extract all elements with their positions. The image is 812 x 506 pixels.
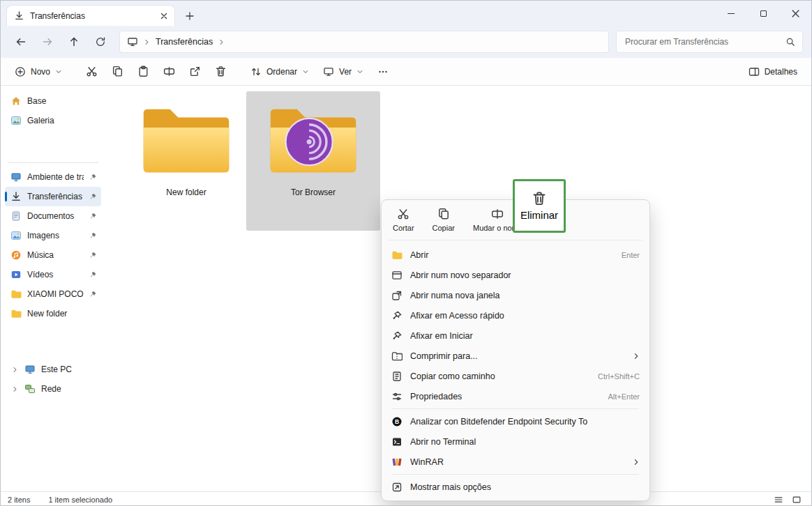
view-icon <box>323 66 334 77</box>
list-view-button[interactable] <box>774 495 783 505</box>
menu-item-abrir-terminal[interactable]: Abrir no Terminal <box>385 431 646 452</box>
refresh-button[interactable] <box>89 31 112 53</box>
sidebar-item-documents[interactable]: Documentos <box>5 206 101 226</box>
paste-button[interactable] <box>132 61 155 82</box>
quick-copy-button[interactable]: Copiar <box>433 208 455 232</box>
sidebar-item-videos[interactable]: Vídeos <box>5 265 101 284</box>
desktop-icon <box>10 171 22 183</box>
menu-item-mostrar-mais-opcoes[interactable]: Mostrar mais opções <box>385 477 646 497</box>
details-pane-button[interactable]: Detalhes <box>743 61 803 82</box>
view-button[interactable]: Ver <box>317 61 369 82</box>
status-selected-count: 1 item selecionado <box>48 496 112 504</box>
minimize-icon <box>728 13 735 14</box>
trash-icon <box>532 191 547 206</box>
sidebar-item-label: Vídeos <box>27 270 84 279</box>
chevron-right-icon[interactable] <box>218 39 225 45</box>
maximize-button[interactable] <box>747 1 779 26</box>
menu-divider <box>389 240 642 240</box>
sidebar-item-desktop[interactable]: Ambiente de tra <box>5 167 101 187</box>
details-pane-icon <box>749 66 760 77</box>
up-icon <box>68 36 80 47</box>
sidebar-item-new-folder[interactable]: New folder <box>5 304 101 323</box>
share-icon <box>189 66 201 77</box>
share-button[interactable] <box>183 61 206 82</box>
tor-browser-folder-icon <box>264 101 362 181</box>
sidebar-item-label: XIAOMI POCO F <box>27 289 84 299</box>
menu-item-abrir[interactable]: Abrir Enter <box>385 245 646 265</box>
command-toolbar: Novo <box>1 58 811 86</box>
cut-button[interactable] <box>80 61 103 82</box>
music-icon <box>10 250 22 261</box>
document-icon <box>10 210 22 222</box>
search-input[interactable] <box>624 36 781 47</box>
sort-button[interactable]: Ordenar <box>245 61 315 82</box>
new-tab-icon <box>391 270 403 281</box>
folder-content-area[interactable]: New folder T <box>105 86 811 491</box>
sidebar-item-music[interactable]: Música <box>5 245 101 265</box>
menu-item-abrir-novo-separador[interactable]: Abrir num novo separador <box>385 265 646 285</box>
large-icons-view-button[interactable] <box>792 495 802 505</box>
network-icon <box>24 383 36 394</box>
tab-transferencias[interactable]: Transferências <box>6 5 175 26</box>
submenu-chevron-icon <box>633 459 640 466</box>
minimize-button[interactable] <box>715 1 747 26</box>
menu-item-copiar-como-caminho[interactable]: Copiar como caminho Ctrl+Shift+C <box>385 366 646 386</box>
submenu-chevron-icon <box>633 353 640 360</box>
menu-item-afixar-iniciar[interactable]: Afixar em Iniciar <box>385 325 646 346</box>
sidebar-item-network[interactable]: Rede <box>5 379 101 399</box>
expand-chevron-icon[interactable] <box>12 367 18 373</box>
videos-icon <box>10 269 22 280</box>
sidebar-item-this-pc[interactable]: Este PC <box>5 360 101 379</box>
folder-icon <box>137 101 235 181</box>
rename-button[interactable] <box>158 61 181 82</box>
new-window-icon <box>391 290 403 301</box>
quick-action-label: Cortar <box>393 224 414 232</box>
chevron-down-icon <box>356 68 363 75</box>
menu-item-label: Propriedades <box>410 392 600 401</box>
menu-item-bitdefender-scan[interactable]: B Analizar con Bitdefender Endpoint Secu… <box>385 411 646 431</box>
forward-button[interactable] <box>36 31 59 53</box>
menu-item-shortcut: Alt+Enter <box>608 392 640 401</box>
search-icon[interactable] <box>785 37 795 47</box>
this-pc-icon <box>24 364 36 375</box>
sidebar-item-label: Imagens <box>27 231 84 240</box>
menu-item-winrar[interactable]: WinRAR <box>385 452 646 472</box>
sidebar-item-xiaomi-poco[interactable]: XIAOMI POCO F <box>5 284 101 304</box>
sidebar-item-gallery[interactable]: Galeria <box>5 111 101 130</box>
back-button[interactable] <box>9 31 33 53</box>
copy-path-icon <box>391 371 403 382</box>
breadcrumb-item-transferencias[interactable]: Transferências <box>156 37 213 47</box>
plus-circle-icon <box>15 66 26 77</box>
delete-button[interactable] <box>209 61 232 82</box>
new-button[interactable]: Novo <box>9 61 68 82</box>
sidebar-item-pictures[interactable]: Imagens <box>5 226 101 245</box>
sidebar-item-label: Este PC <box>41 365 97 374</box>
file-tile-tor-browser[interactable]: Tor Browser <box>246 91 380 231</box>
details-pane-label: Detalhes <box>765 67 797 77</box>
tab-close-icon[interactable] <box>160 13 167 20</box>
view-button-label: Ver <box>339 67 352 77</box>
up-button[interactable] <box>62 31 86 53</box>
menu-item-propriedades[interactable]: Propriedades Alt+Enter <box>385 386 646 406</box>
scissors-icon <box>86 66 98 77</box>
copy-button[interactable] <box>106 61 129 82</box>
menu-item-label: Comprimir para... <box>410 351 625 361</box>
sidebar-item-downloads[interactable]: Transferências <box>5 187 101 206</box>
sidebar-item-label: Documentos <box>27 211 84 221</box>
close-button[interactable] <box>779 1 811 26</box>
pin-icon <box>391 310 403 321</box>
menu-item-afixar-acesso-rapido[interactable]: Afixar em Acesso rápido <box>385 305 646 325</box>
file-explorer-window: Transferências <box>0 0 812 506</box>
file-tile-new-folder[interactable]: New folder <box>119 91 253 231</box>
quick-delete-button[interactable]: Eliminar <box>520 191 558 221</box>
sidebar-item-home[interactable]: Base <box>5 91 101 111</box>
quick-action-label: Eliminar <box>520 209 558 221</box>
menu-item-comprimir-para[interactable]: Comprimir para... <box>385 346 646 366</box>
expand-chevron-icon[interactable] <box>12 386 18 392</box>
address-bar[interactable]: Transferências <box>119 31 609 53</box>
new-tab-button[interactable] <box>179 6 200 26</box>
quick-cut-button[interactable]: Cortar <box>393 208 414 232</box>
menu-item-abrir-nova-janela[interactable]: Abrir numa nova janela <box>385 285 646 305</box>
paste-icon <box>137 66 149 77</box>
more-button[interactable] <box>372 61 394 82</box>
